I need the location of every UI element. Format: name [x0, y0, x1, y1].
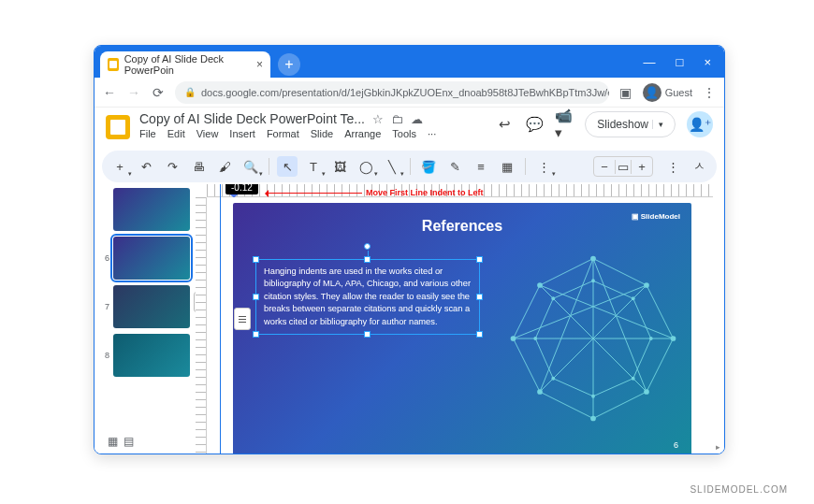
browser-tab[interactable]: Copy of AI Slide Deck PowerPoin × — [100, 51, 270, 78]
resize-handle[interactable] — [253, 256, 259, 263]
textbox-tool[interactable]: T — [303, 156, 324, 177]
resize-handle[interactable] — [364, 256, 371, 263]
slideshow-button[interactable]: Slideshow ▾ — [585, 111, 676, 137]
new-tab-button[interactable]: + — [278, 53, 300, 76]
move-folder-icon[interactable]: 🗀 — [391, 112, 403, 126]
slide-panel: 6 7 8 ▦ ▤ — [94, 184, 196, 454]
menu-view[interactable]: View — [196, 128, 219, 139]
line-tool[interactable]: ╲ — [382, 156, 402, 177]
undo-button[interactable]: ↶ — [136, 156, 156, 177]
new-slide-button[interactable]: + — [109, 156, 130, 177]
border-color-tool[interactable]: ✎ — [444, 156, 465, 177]
profile-guest[interactable]: 👤 Guest — [643, 83, 692, 102]
zoom-in-button[interactable]: + — [635, 160, 648, 174]
rotate-handle[interactable] — [364, 243, 371, 250]
toolbar-overflow[interactable]: ⋮ — [662, 156, 683, 177]
paint-format-button[interactable]: 🖌 — [214, 156, 235, 177]
install-app-icon[interactable]: ▣ — [618, 85, 633, 100]
slide-canvas[interactable]: -0.12 Move First Line Indent to Left Sli… — [196, 184, 724, 454]
svg-point-25 — [533, 337, 537, 340]
svg-line-8 — [540, 259, 593, 393]
document-title[interactable]: Copy of AI Slide Deck PowerPoint Te... — [139, 111, 365, 126]
workspace: 6 7 8 ▦ ▤ -0.12 Move First Line Indent t… — [94, 184, 724, 454]
filmstrip-view-icon[interactable]: ▤ — [124, 435, 134, 448]
border-weight-tool[interactable]: ≡ — [471, 156, 491, 177]
menu-tools[interactable]: Tools — [392, 128, 416, 139]
star-icon[interactable]: ☆ — [372, 112, 384, 126]
comments-icon[interactable]: 💬 — [525, 115, 544, 134]
maximize-icon[interactable]: □ — [676, 55, 684, 69]
close-tab-icon[interactable]: × — [256, 58, 263, 71]
thumb-num: 7 — [100, 302, 109, 311]
redo-button[interactable]: ↷ — [162, 156, 182, 177]
resize-handle[interactable] — [476, 294, 483, 300]
svg-point-16 — [537, 389, 543, 395]
more-tools[interactable]: ⋮ — [533, 156, 554, 177]
zoom-fit-button[interactable]: ▭ — [615, 160, 632, 174]
menu-format[interactable]: Format — [267, 128, 299, 139]
image-tool[interactable]: 🖼 — [329, 156, 350, 177]
arrow-icon — [267, 193, 362, 194]
cloud-saved-icon: ☁ — [411, 112, 423, 126]
zoom-out-button[interactable]: − — [598, 160, 611, 174]
border-dash-tool[interactable]: ▦ — [497, 156, 517, 177]
guest-label: Guest — [665, 87, 692, 98]
svg-point-18 — [537, 282, 543, 288]
history-icon[interactable]: ↩ — [495, 115, 514, 134]
svg-point-23 — [591, 395, 595, 398]
reload-icon[interactable]: ⟳ — [151, 85, 166, 100]
slides-app-icon[interactable] — [106, 115, 130, 139]
svg-point-12 — [644, 282, 649, 288]
url-input[interactable]: 🔒 docs.google.com/presentation/d/1ejGbki… — [175, 81, 609, 104]
thumb-num: 8 — [100, 351, 109, 360]
resize-handle[interactable] — [476, 256, 483, 263]
autofit-button[interactable] — [234, 308, 251, 330]
resize-handle[interactable] — [476, 331, 483, 338]
fill-color-tool[interactable]: 🪣 — [418, 156, 439, 177]
menu-slide[interactable]: Slide — [311, 128, 333, 139]
slide-thumbnail[interactable] — [113, 285, 190, 328]
meet-icon[interactable]: 📹▾ — [555, 115, 574, 134]
resize-handle[interactable] — [364, 331, 371, 338]
scroll-right-icon[interactable]: ▸ — [716, 442, 720, 452]
selected-textbox[interactable]: Hanging indents are used in the works ci… — [255, 259, 480, 335]
zoom-tool[interactable]: 🔍 — [240, 156, 261, 177]
shape-tool[interactable]: ◯ — [356, 156, 376, 177]
menu-more[interactable]: ··· — [428, 128, 436, 139]
slide[interactable]: SlideModel References Hanging indents ar… — [233, 203, 691, 454]
menu-insert[interactable]: Insert — [229, 128, 255, 139]
textbox-content[interactable]: Hanging indents are used in the works ci… — [264, 266, 472, 328]
print-button[interactable]: 🖶 — [188, 156, 209, 177]
grid-view-icon[interactable]: ▦ — [108, 435, 118, 448]
resize-handle[interactable] — [253, 331, 259, 338]
select-tool[interactable]: ↖ — [277, 156, 298, 177]
url-text: docs.google.com/presentation/d/1ejGbkinJ… — [201, 87, 609, 98]
horizontal-ruler[interactable]: -0.12 Move First Line Indent to Left — [207, 184, 713, 197]
close-window-icon[interactable]: × — [704, 55, 711, 69]
decorative-geometry — [504, 250, 682, 427]
hide-menus-button[interactable]: ㅅ — [689, 156, 709, 177]
back-icon[interactable]: ← — [102, 85, 117, 100]
resize-handle[interactable] — [253, 294, 259, 300]
menu-file[interactable]: File — [139, 128, 156, 139]
svg-line-7 — [593, 259, 647, 393]
slideshow-label: Slideshow — [597, 118, 648, 131]
slide-thumbnail[interactable] — [113, 237, 190, 280]
slide-page-number: 6 — [674, 440, 678, 450]
toolbar: + ↶ ↷ 🖶 🖌 🔍 ↖ T 🖼 ◯ ╲ 🪣 ✎ ≡ ▦ ⋮ − ▭ + ⋮ … — [102, 151, 717, 182]
slideshow-dropdown-icon[interactable]: ▾ — [652, 120, 663, 129]
slides-favicon — [108, 58, 119, 71]
minimize-icon[interactable]: — — [644, 55, 656, 69]
kebab-menu-icon[interactable]: ⋮ — [702, 85, 717, 100]
forward-icon[interactable]: → — [126, 85, 141, 100]
menu-edit[interactable]: Edit — [167, 128, 185, 139]
address-bar: ← → ⟳ 🔒 docs.google.com/presentation/d/1… — [94, 78, 724, 108]
menu-arrange[interactable]: Arrange — [344, 128, 381, 139]
svg-line-9 — [514, 285, 647, 338]
window-controls: — □ × — [644, 55, 724, 69]
vertical-ruler[interactable] — [196, 197, 207, 454]
svg-point-20 — [632, 296, 635, 300]
slide-thumbnail[interactable] — [113, 334, 190, 377]
slide-thumbnail[interactable] — [113, 188, 190, 231]
share-button[interactable]: 👤⁺ — [687, 111, 713, 137]
